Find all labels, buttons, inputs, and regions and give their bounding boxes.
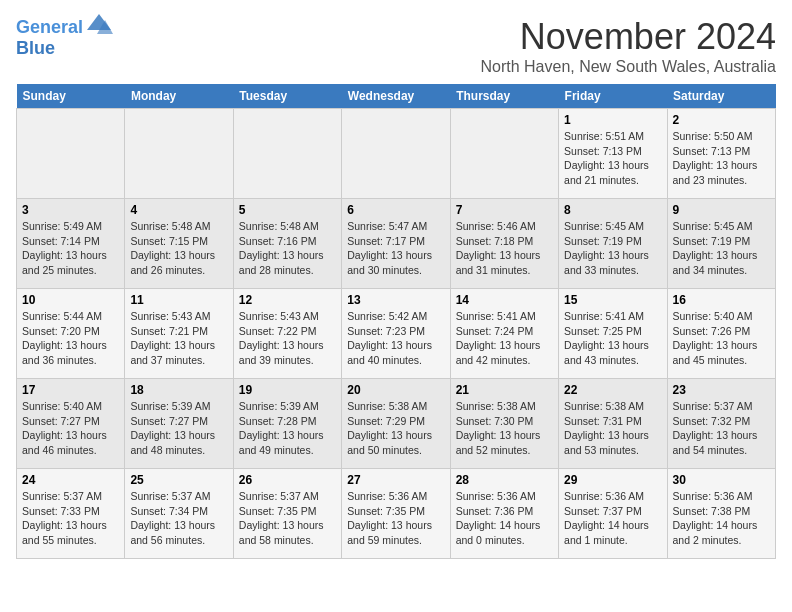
calendar-cell: 26Sunrise: 5:37 AM Sunset: 7:35 PM Dayli… — [233, 469, 341, 559]
day-number: 23 — [673, 383, 770, 397]
day-info: Sunrise: 5:38 AM Sunset: 7:31 PM Dayligh… — [564, 399, 661, 458]
calendar-cell: 7Sunrise: 5:46 AM Sunset: 7:18 PM Daylig… — [450, 199, 558, 289]
day-number: 6 — [347, 203, 444, 217]
calendar-cell: 22Sunrise: 5:38 AM Sunset: 7:31 PM Dayli… — [559, 379, 667, 469]
day-number: 11 — [130, 293, 227, 307]
calendar-cell — [17, 109, 125, 199]
day-info: Sunrise: 5:42 AM Sunset: 7:23 PM Dayligh… — [347, 309, 444, 368]
calendar-cell — [342, 109, 450, 199]
day-number: 19 — [239, 383, 336, 397]
day-number: 2 — [673, 113, 770, 127]
day-info: Sunrise: 5:41 AM Sunset: 7:24 PM Dayligh… — [456, 309, 553, 368]
calendar-cell — [233, 109, 341, 199]
day-number: 20 — [347, 383, 444, 397]
calendar-cell: 3Sunrise: 5:49 AM Sunset: 7:14 PM Daylig… — [17, 199, 125, 289]
day-header-monday: Monday — [125, 84, 233, 109]
day-info: Sunrise: 5:43 AM Sunset: 7:22 PM Dayligh… — [239, 309, 336, 368]
calendar-cell: 14Sunrise: 5:41 AM Sunset: 7:24 PM Dayli… — [450, 289, 558, 379]
calendar-week-row: 10Sunrise: 5:44 AM Sunset: 7:20 PM Dayli… — [17, 289, 776, 379]
calendar-cell: 12Sunrise: 5:43 AM Sunset: 7:22 PM Dayli… — [233, 289, 341, 379]
day-number: 8 — [564, 203, 661, 217]
logo-blue: Blue — [16, 38, 55, 58]
logo-text: General — [16, 18, 83, 38]
day-info: Sunrise: 5:37 AM Sunset: 7:34 PM Dayligh… — [130, 489, 227, 548]
logo: General Blue — [16, 16, 113, 59]
calendar-cell: 24Sunrise: 5:37 AM Sunset: 7:33 PM Dayli… — [17, 469, 125, 559]
title-block: November 2024 North Haven, New South Wal… — [480, 16, 776, 76]
calendar-cell: 11Sunrise: 5:43 AM Sunset: 7:21 PM Dayli… — [125, 289, 233, 379]
calendar-cell: 5Sunrise: 5:48 AM Sunset: 7:16 PM Daylig… — [233, 199, 341, 289]
calendar-cell: 6Sunrise: 5:47 AM Sunset: 7:17 PM Daylig… — [342, 199, 450, 289]
logo-general: General — [16, 17, 83, 37]
day-info: Sunrise: 5:43 AM Sunset: 7:21 PM Dayligh… — [130, 309, 227, 368]
day-number: 18 — [130, 383, 227, 397]
day-info: Sunrise: 5:48 AM Sunset: 7:15 PM Dayligh… — [130, 219, 227, 278]
location-subtitle: North Haven, New South Wales, Australia — [480, 58, 776, 76]
day-info: Sunrise: 5:37 AM Sunset: 7:32 PM Dayligh… — [673, 399, 770, 458]
calendar-header-row: SundayMondayTuesdayWednesdayThursdayFrid… — [17, 84, 776, 109]
day-number: 15 — [564, 293, 661, 307]
day-info: Sunrise: 5:47 AM Sunset: 7:17 PM Dayligh… — [347, 219, 444, 278]
calendar-cell — [125, 109, 233, 199]
day-number: 25 — [130, 473, 227, 487]
calendar-cell: 20Sunrise: 5:38 AM Sunset: 7:29 PM Dayli… — [342, 379, 450, 469]
day-number: 29 — [564, 473, 661, 487]
day-number: 10 — [22, 293, 119, 307]
calendar-cell: 28Sunrise: 5:36 AM Sunset: 7:36 PM Dayli… — [450, 469, 558, 559]
day-number: 17 — [22, 383, 119, 397]
calendar-cell: 17Sunrise: 5:40 AM Sunset: 7:27 PM Dayli… — [17, 379, 125, 469]
calendar-cell: 23Sunrise: 5:37 AM Sunset: 7:32 PM Dayli… — [667, 379, 775, 469]
calendar-cell: 8Sunrise: 5:45 AM Sunset: 7:19 PM Daylig… — [559, 199, 667, 289]
day-info: Sunrise: 5:36 AM Sunset: 7:35 PM Dayligh… — [347, 489, 444, 548]
day-number: 28 — [456, 473, 553, 487]
calendar-table: SundayMondayTuesdayWednesdayThursdayFrid… — [16, 84, 776, 559]
calendar-cell: 1Sunrise: 5:51 AM Sunset: 7:13 PM Daylig… — [559, 109, 667, 199]
day-header-tuesday: Tuesday — [233, 84, 341, 109]
day-number: 22 — [564, 383, 661, 397]
calendar-cell — [450, 109, 558, 199]
day-info: Sunrise: 5:38 AM Sunset: 7:30 PM Dayligh… — [456, 399, 553, 458]
calendar-week-row: 17Sunrise: 5:40 AM Sunset: 7:27 PM Dayli… — [17, 379, 776, 469]
day-info: Sunrise: 5:48 AM Sunset: 7:16 PM Dayligh… — [239, 219, 336, 278]
calendar-cell: 29Sunrise: 5:36 AM Sunset: 7:37 PM Dayli… — [559, 469, 667, 559]
day-number: 4 — [130, 203, 227, 217]
day-header-sunday: Sunday — [17, 84, 125, 109]
calendar-cell: 27Sunrise: 5:36 AM Sunset: 7:35 PM Dayli… — [342, 469, 450, 559]
calendar-cell: 4Sunrise: 5:48 AM Sunset: 7:15 PM Daylig… — [125, 199, 233, 289]
day-number: 16 — [673, 293, 770, 307]
day-info: Sunrise: 5:40 AM Sunset: 7:27 PM Dayligh… — [22, 399, 119, 458]
calendar-cell: 15Sunrise: 5:41 AM Sunset: 7:25 PM Dayli… — [559, 289, 667, 379]
day-number: 3 — [22, 203, 119, 217]
day-info: Sunrise: 5:49 AM Sunset: 7:14 PM Dayligh… — [22, 219, 119, 278]
day-number: 30 — [673, 473, 770, 487]
day-info: Sunrise: 5:40 AM Sunset: 7:26 PM Dayligh… — [673, 309, 770, 368]
day-info: Sunrise: 5:36 AM Sunset: 7:36 PM Dayligh… — [456, 489, 553, 548]
day-info: Sunrise: 5:51 AM Sunset: 7:13 PM Dayligh… — [564, 129, 661, 188]
day-number: 26 — [239, 473, 336, 487]
day-header-wednesday: Wednesday — [342, 84, 450, 109]
day-number: 27 — [347, 473, 444, 487]
logo-icon — [85, 12, 113, 40]
day-number: 12 — [239, 293, 336, 307]
day-info: Sunrise: 5:41 AM Sunset: 7:25 PM Dayligh… — [564, 309, 661, 368]
calendar-cell: 19Sunrise: 5:39 AM Sunset: 7:28 PM Dayli… — [233, 379, 341, 469]
month-title: November 2024 — [480, 16, 776, 58]
day-info: Sunrise: 5:39 AM Sunset: 7:28 PM Dayligh… — [239, 399, 336, 458]
day-info: Sunrise: 5:38 AM Sunset: 7:29 PM Dayligh… — [347, 399, 444, 458]
header: General Blue November 2024 North Haven, … — [16, 16, 776, 76]
day-number: 13 — [347, 293, 444, 307]
calendar-cell: 21Sunrise: 5:38 AM Sunset: 7:30 PM Dayli… — [450, 379, 558, 469]
calendar-cell: 13Sunrise: 5:42 AM Sunset: 7:23 PM Dayli… — [342, 289, 450, 379]
day-info: Sunrise: 5:50 AM Sunset: 7:13 PM Dayligh… — [673, 129, 770, 188]
day-number: 24 — [22, 473, 119, 487]
day-number: 7 — [456, 203, 553, 217]
day-info: Sunrise: 5:45 AM Sunset: 7:19 PM Dayligh… — [673, 219, 770, 278]
day-header-friday: Friday — [559, 84, 667, 109]
day-info: Sunrise: 5:45 AM Sunset: 7:19 PM Dayligh… — [564, 219, 661, 278]
day-number: 14 — [456, 293, 553, 307]
day-info: Sunrise: 5:36 AM Sunset: 7:38 PM Dayligh… — [673, 489, 770, 548]
day-info: Sunrise: 5:44 AM Sunset: 7:20 PM Dayligh… — [22, 309, 119, 368]
day-number: 1 — [564, 113, 661, 127]
calendar-cell: 30Sunrise: 5:36 AM Sunset: 7:38 PM Dayli… — [667, 469, 775, 559]
day-info: Sunrise: 5:37 AM Sunset: 7:35 PM Dayligh… — [239, 489, 336, 548]
